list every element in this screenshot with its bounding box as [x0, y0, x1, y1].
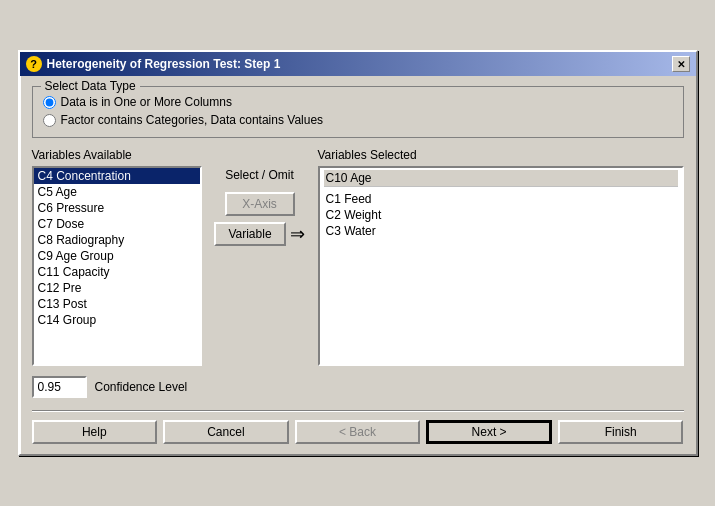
list-item[interactable]: C13 Post: [34, 296, 200, 312]
button-divider: [32, 410, 684, 412]
main-area: Variables Available C4 Concentration C5 …: [32, 148, 684, 366]
select-omit-panel: Select / Omit X-Axis Variable ⇒: [210, 148, 310, 246]
radio-option-factor[interactable]: Factor contains Categories, Data contain…: [43, 113, 673, 127]
list-item[interactable]: C4 Concentration: [34, 168, 200, 184]
group-label: Select Data Type: [41, 79, 140, 93]
list-item[interactable]: C12 Pre: [34, 280, 200, 296]
list-item[interactable]: C14 Group: [34, 312, 200, 328]
help-button[interactable]: Help: [32, 420, 158, 444]
variables-selected-box: C10 Age C1 Feed C2 Weight C3 Water: [318, 166, 684, 366]
dialog-window: ? Heterogeneity of Regression Test: Step…: [18, 50, 698, 456]
list-item[interactable]: C6 Pressure: [34, 200, 200, 216]
next-button[interactable]: Next >: [426, 420, 552, 444]
list-item[interactable]: C7 Dose: [34, 216, 200, 232]
selected-item: C3 Water: [324, 223, 678, 239]
list-item[interactable]: C11 Capacity: [34, 264, 200, 280]
select-omit-header: Select / Omit: [225, 168, 294, 182]
cancel-button[interactable]: Cancel: [163, 420, 289, 444]
data-type-group: Select Data Type Data is in One or More …: [32, 86, 684, 138]
list-item[interactable]: C8 Radiography: [34, 232, 200, 248]
title-bar: ? Heterogeneity of Regression Test: Step…: [20, 52, 696, 76]
dialog-body: Select Data Type Data is in One or More …: [20, 76, 696, 454]
dialog-icon: ?: [26, 56, 42, 72]
list-item[interactable]: C5 Age: [34, 184, 200, 200]
variable-button[interactable]: Variable: [214, 222, 285, 246]
radio-columns[interactable]: [43, 96, 56, 109]
radio-factor[interactable]: [43, 114, 56, 127]
radio-option-columns[interactable]: Data is in One or More Columns: [43, 95, 673, 109]
confidence-input[interactable]: [32, 376, 87, 398]
finish-button[interactable]: Finish: [558, 420, 684, 444]
variables-available-header: Variables Available: [32, 148, 202, 162]
arrow-right-icon: ⇒: [290, 223, 305, 245]
back-button[interactable]: < Back: [295, 420, 421, 444]
confidence-row: Confidence Level: [32, 376, 684, 398]
dialog-title: Heterogeneity of Regression Test: Step 1: [47, 57, 281, 71]
variables-available-panel: Variables Available C4 Concentration C5 …: [32, 148, 202, 366]
selected-item: C2 Weight: [324, 207, 678, 223]
list-item[interactable]: C9 Age Group: [34, 248, 200, 264]
x-axis-button[interactable]: X-Axis: [225, 192, 295, 216]
variables-available-list[interactable]: C4 Concentration C5 Age C6 Pressure C7 D…: [32, 166, 202, 366]
close-button[interactable]: ✕: [672, 56, 690, 72]
radio-columns-label: Data is in One or More Columns: [61, 95, 232, 109]
button-row: Help Cancel < Back Next > Finish: [32, 420, 684, 444]
variables-selected-header: Variables Selected: [318, 148, 684, 162]
selected-first-item: C10 Age: [324, 170, 678, 187]
title-bar-left: ? Heterogeneity of Regression Test: Step…: [26, 56, 281, 72]
confidence-label: Confidence Level: [95, 380, 188, 394]
radio-factor-label: Factor contains Categories, Data contain…: [61, 113, 324, 127]
selected-item: C1 Feed: [324, 191, 678, 207]
variables-selected-panel: Variables Selected C10 Age C1 Feed C2 We…: [318, 148, 684, 366]
